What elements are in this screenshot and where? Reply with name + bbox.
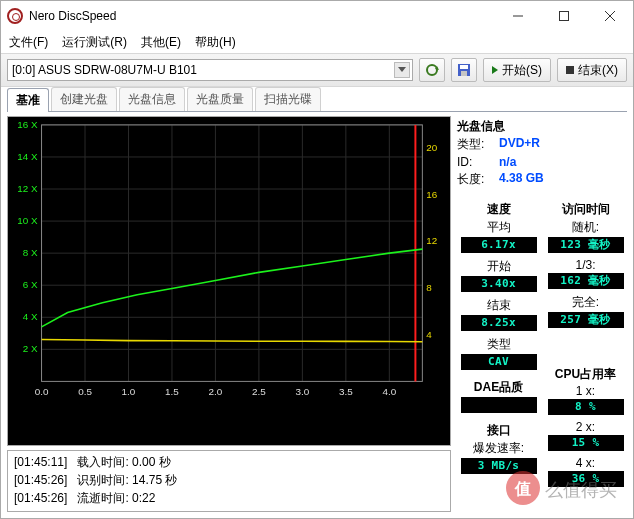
log-output: [01:45:11]载入时间: 0.00 秒 [01:45:26]识别时间: 1… <box>7 450 451 512</box>
tab-create-disc[interactable]: 创建光盘 <box>51 87 117 111</box>
menu-other[interactable]: 其他(E) <box>141 34 181 51</box>
svg-text:4: 4 <box>426 329 432 340</box>
svg-text:1.0: 1.0 <box>122 386 136 397</box>
speed-avg: 6.17x <box>461 237 537 253</box>
svg-rect-1 <box>560 12 569 21</box>
dae-quality <box>461 397 537 413</box>
svg-rect-10 <box>8 117 450 403</box>
log-row: [01:45:11]载入时间: 0.00 秒 <box>14 453 444 471</box>
cpu-2x: 15 % <box>548 435 624 451</box>
svg-text:0.0: 0.0 <box>35 386 49 397</box>
window-title: Nero DiscSpeed <box>29 9 495 23</box>
svg-text:8: 8 <box>426 282 432 293</box>
benchmark-chart: 2 X4 X6 X8 X10 X12 X14 X16 X0.00.51.01.5… <box>7 116 451 446</box>
save-button[interactable] <box>451 58 477 82</box>
svg-text:4 X: 4 X <box>23 311 38 322</box>
svg-text:3.0: 3.0 <box>296 386 310 397</box>
log-row: [01:45:26]流逝时间: 0:22 <box>14 489 444 507</box>
start-label: 开始(S) <box>502 62 542 79</box>
svg-text:16 X: 16 X <box>17 119 38 130</box>
svg-text:2.5: 2.5 <box>252 386 266 397</box>
drive-select[interactable]: [0:0] ASUS SDRW-08U7M-U B101 <box>7 59 413 81</box>
chevron-down-icon <box>394 62 410 78</box>
svg-text:6 X: 6 X <box>23 279 38 290</box>
maximize-button[interactable] <box>541 1 587 31</box>
stop-label: 结束(X) <box>578 62 618 79</box>
speed-start: 3.40x <box>461 276 537 292</box>
seek-third: 162 毫秒 <box>548 273 624 289</box>
tabstrip: 基准 创建光盘 光盘信息 光盘质量 扫描光碟 <box>1 87 633 111</box>
toolbar: [0:0] ASUS SDRW-08U7M-U B101 开始(S) 结束(X) <box>1 53 633 87</box>
tab-benchmark[interactable]: 基准 <box>7 88 49 112</box>
minimize-button[interactable] <box>495 1 541 31</box>
svg-text:12: 12 <box>426 235 437 246</box>
disc-id-value: n/a <box>499 155 516 169</box>
info-panel: 光盘信息 类型:DVD+R ID:n/a 长度:4.38 GB 速度 平均 6.… <box>455 116 627 512</box>
log-row: [01:45:26]识别时间: 14.75 秒 <box>14 471 444 489</box>
cpu-1x: 8 % <box>548 399 624 415</box>
disc-info-hdr: 光盘信息 <box>457 118 627 135</box>
svg-text:1.5: 1.5 <box>165 386 179 397</box>
refresh-button[interactable] <box>419 58 445 82</box>
svg-text:2.0: 2.0 <box>209 386 223 397</box>
svg-text:2 X: 2 X <box>23 343 38 354</box>
svg-rect-9 <box>461 71 467 76</box>
svg-text:3.5: 3.5 <box>339 386 353 397</box>
disc-type-value: DVD+R <box>499 136 540 153</box>
window-titlebar: Nero DiscSpeed <box>1 1 633 31</box>
disc-length-value: 4.38 GB <box>499 171 544 188</box>
app-icon <box>7 8 23 24</box>
close-button[interactable] <box>587 1 633 31</box>
svg-text:0.5: 0.5 <box>78 386 92 397</box>
svg-text:16: 16 <box>426 189 437 200</box>
stop-button[interactable]: 结束(X) <box>557 58 627 82</box>
tab-disc-info[interactable]: 光盘信息 <box>119 87 185 111</box>
menu-run[interactable]: 运行测试(R) <box>62 34 127 51</box>
play-icon <box>492 66 498 74</box>
svg-rect-8 <box>460 65 468 69</box>
seek-full: 257 毫秒 <box>548 312 624 328</box>
cpu-4x: 36 % <box>548 471 624 487</box>
svg-text:8 X: 8 X <box>23 247 38 258</box>
svg-text:10 X: 10 X <box>17 215 38 226</box>
tab-disc-quality[interactable]: 光盘质量 <box>187 87 253 111</box>
menu-help[interactable]: 帮助(H) <box>195 34 236 51</box>
start-button[interactable]: 开始(S) <box>483 58 551 82</box>
stop-icon <box>566 66 574 74</box>
burst-rate: 3 MB/s <box>461 458 537 474</box>
svg-marker-4 <box>398 67 406 72</box>
svg-text:20: 20 <box>426 142 437 153</box>
svg-point-5 <box>427 65 437 75</box>
speed-type: CAV <box>461 354 537 370</box>
speed-end: 8.25x <box>461 315 537 331</box>
drive-select-text: [0:0] ASUS SDRW-08U7M-U B101 <box>12 63 197 77</box>
svg-text:12 X: 12 X <box>17 183 38 194</box>
menubar: 文件(F) 运行测试(R) 其他(E) 帮助(H) <box>1 31 633 53</box>
menu-file[interactable]: 文件(F) <box>9 34 48 51</box>
svg-text:14 X: 14 X <box>17 151 38 162</box>
seek-random: 123 毫秒 <box>548 237 624 253</box>
tab-scan-disc[interactable]: 扫描光碟 <box>255 87 321 111</box>
svg-text:4.0: 4.0 <box>382 386 396 397</box>
